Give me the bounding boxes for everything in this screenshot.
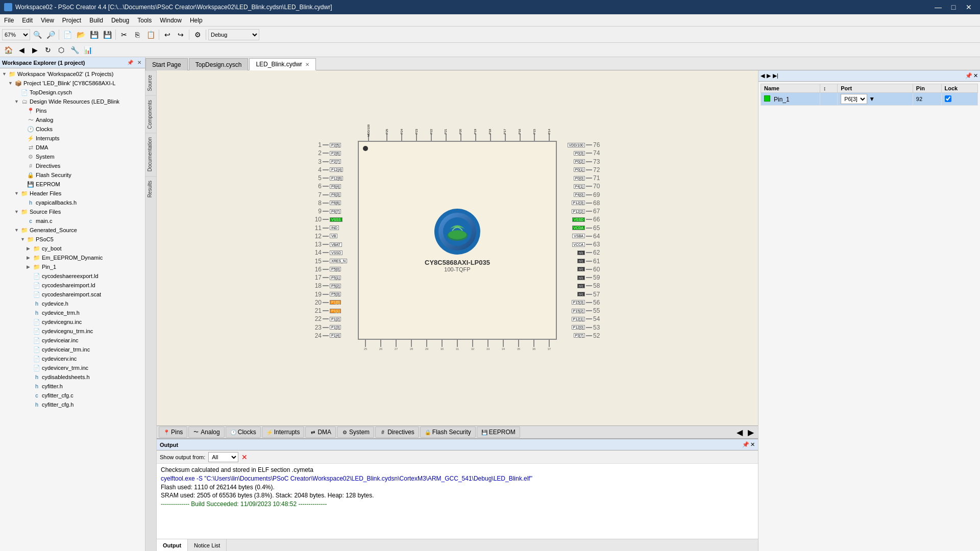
tree-project[interactable]: ▼ 📦 Project 'LED_Blink' [CY8C5868AXI-L	[1, 79, 144, 88]
undo-button[interactable]: ↩	[161, 29, 174, 41]
pin-panel-close-btn[interactable]: ✕	[973, 72, 978, 79]
tree-cyfitter-cfg-h[interactable]: ▶ h cyfitter_cfg.h	[1, 400, 144, 409]
menu-edit[interactable]: Edit	[18, 14, 37, 27]
sch-tab-dma[interactable]: ⇄ DMA	[305, 427, 336, 438]
output-tab-output[interactable]: Output	[157, 539, 188, 551]
pin-panel-nav-right2[interactable]: ▶|	[773, 72, 778, 79]
forward-btn[interactable]: ▶	[29, 44, 41, 56]
port-dropdown-icon[interactable]: ▼	[869, 95, 875, 103]
output-tab-notice[interactable]: Notice List	[188, 539, 227, 551]
sch-tab-system[interactable]: ⚙ System	[337, 427, 374, 438]
nav-left-icon[interactable]: ◀	[734, 428, 745, 437]
menu-file[interactable]: File	[0, 14, 18, 27]
tree-cydeviceiar-inc[interactable]: ▶ 📄 cydeviceiar.inc	[1, 336, 144, 345]
tree-cydevice-trm-h[interactable]: ▶ h cydevice_trm.h	[1, 308, 144, 317]
tree-cycodeshareimport-scat[interactable]: ▶ 📄 cycodeshareimport.scat	[1, 290, 144, 299]
new-button[interactable]: 📄	[61, 29, 74, 41]
tree-eeprom[interactable]: ▶ 💾 EEPROM	[1, 180, 144, 189]
pin-lock-checkbox[interactable]	[945, 95, 951, 102]
output-pin-btn[interactable]: 📌	[742, 441, 749, 448]
side-tab-source[interactable]: Source	[145, 70, 156, 95]
side-tab-components[interactable]: Components	[145, 95, 156, 133]
tree-pin1[interactable]: ▶ 📁 Pin_1	[1, 262, 144, 271]
tool-btn-1[interactable]: 🔧	[68, 44, 81, 56]
menu-view[interactable]: View	[37, 14, 58, 27]
save-button[interactable]: 💾	[88, 29, 100, 41]
pin-port-cell[interactable]: P6[3] ▼	[838, 93, 913, 106]
redo-button[interactable]: ↪	[175, 29, 187, 41]
clear-output-button[interactable]: ✕	[241, 453, 248, 461]
output-close-btn[interactable]: ✕	[750, 441, 755, 448]
tree-cydevicerv-trm[interactable]: ▶ 📄 cydevicerv_trm.inc	[1, 363, 144, 372]
close-button[interactable]: ✕	[962, 0, 976, 14]
tree-psoc5[interactable]: ▼ 📁 PSoC5	[1, 235, 144, 244]
zoom-out-button[interactable]: 🔍	[31, 29, 43, 41]
tree-cydevicerv-inc[interactable]: ▶ 📄 cydevicerv.inc	[1, 354, 144, 363]
menu-project[interactable]: Project	[58, 14, 85, 27]
save-all-button[interactable]: 💾	[101, 29, 113, 41]
pin-panel-nav-right[interactable]: ▶	[767, 72, 771, 79]
tree-generated-source[interactable]: ▼ 📁 Generated_Source	[1, 226, 144, 235]
back-btn[interactable]: ◀	[15, 44, 28, 56]
open-button[interactable]: 📂	[75, 29, 87, 41]
tree-topdesign[interactable]: ▶ 📄 TopDesign.cysch	[1, 88, 144, 97]
tree-cydeviceiar-trm[interactable]: ▶ 📄 cydeviceiar_trm.inc	[1, 345, 144, 354]
sch-tab-clocks[interactable]: 🕐 Clocks	[226, 427, 261, 438]
port-select[interactable]: P6[3]	[841, 94, 867, 104]
sch-tab-interrupts[interactable]: ⚡ Interrupts	[262, 427, 305, 438]
tree-analog[interactable]: ▶ 〜 Analog	[1, 115, 144, 124]
sch-tab-flash-security[interactable]: 🔒 Flash Security	[420, 427, 476, 438]
tree-pins[interactable]: ▶ 📍 Pins	[1, 106, 144, 115]
menu-help[interactable]: Help	[186, 14, 207, 27]
menu-window[interactable]: Window	[156, 14, 186, 27]
tab-led-blink-cydwr[interactable]: LED_Blink.cydwr ✕	[249, 58, 316, 70]
tree-design-resources[interactable]: ▼ 🗂 Design Wide Resources (LED_Blink	[1, 97, 144, 106]
menu-tools[interactable]: Tools	[133, 14, 156, 27]
cut-button[interactable]: ✂	[118, 29, 130, 41]
minimize-button[interactable]: —	[931, 0, 945, 14]
pin-panel-pin-btn[interactable]: 📌	[965, 72, 972, 79]
tab-start-page[interactable]: Start Page	[145, 58, 188, 70]
pin-panel-nav-left[interactable]: ◀	[761, 72, 765, 79]
component-btn[interactable]: ⬡	[55, 44, 67, 56]
tree-cyfitter-cfg-c[interactable]: ▶ c cyfitter_cfg.c	[1, 391, 144, 400]
sch-tab-eeprom[interactable]: 💾 EEPROM	[477, 427, 520, 438]
maximize-button[interactable]: □	[946, 0, 961, 14]
tree-cydevice-h[interactable]: ▶ h cydevice.h	[1, 299, 144, 308]
tree-flash-security[interactable]: ▶ 🔒 Flash Security	[1, 170, 144, 180]
tree-header-files[interactable]: ▼ 📁 Header Files	[1, 189, 144, 198]
col-sort[interactable]: ↕	[820, 84, 837, 93]
paste-button[interactable]: 📋	[144, 29, 157, 41]
tree-em-eeprom[interactable]: ▶ 📁 Em_EEPROM_Dynamic	[1, 253, 144, 262]
tree-interrupts[interactable]: ▶ ⚡ Interrupts	[1, 134, 144, 143]
pin-lock-cell[interactable]	[941, 93, 978, 106]
tree-cydevicegnu-trm[interactable]: ▶ 📄 cydevicegnu_trm.inc	[1, 327, 144, 336]
build-button[interactable]: ⚙	[191, 29, 204, 41]
workspace-btn[interactable]: 🏠	[2, 44, 14, 56]
menu-debug[interactable]: Debug	[107, 14, 133, 27]
tree-source-files[interactable]: ▼ 📁 Source Files	[1, 207, 144, 216]
tree-directives[interactable]: ▶ # Directives	[1, 161, 144, 170]
tab-topdesign[interactable]: TopDesign.cysch	[189, 58, 249, 70]
tree-system[interactable]: ▶ ⚙ System	[1, 152, 144, 161]
copy-button[interactable]: ⎘	[131, 29, 143, 41]
sch-tab-pins[interactable]: 📍 Pins	[159, 427, 187, 438]
tree-main-c[interactable]: ▶ c main.c	[1, 216, 144, 226]
table-row[interactable]: Pin_1 P6[3] ▼ 92	[761, 93, 978, 106]
tree-cydisabledsheets[interactable]: ▶ h cydisabledsheets.h	[1, 372, 144, 382]
refresh-btn[interactable]: ↻	[42, 44, 54, 56]
zoom-select[interactable]: 67% 100% 150%	[2, 29, 30, 40]
sch-tab-directives[interactable]: # Directives	[375, 427, 419, 438]
tool-btn-2[interactable]: 📊	[82, 44, 94, 56]
tree-cydevicegnu-inc[interactable]: ▶ 📄 cydevicegnu.inc	[1, 317, 144, 327]
zoom-in-button[interactable]: 🔎	[44, 29, 57, 41]
tree-workspace[interactable]: ▼ 📁 Workspace 'Workspace02' (1 Projects)	[1, 69, 144, 79]
panel-close-btn[interactable]: ✕	[136, 59, 143, 66]
nav-right-icon[interactable]: ▶	[746, 428, 756, 437]
side-tab-documentation[interactable]: Documentation	[145, 133, 156, 176]
tree-cycodeshareimport-ld[interactable]: ▶ 📄 cycodeshareimport.ld	[1, 281, 144, 290]
tree-cy-boot[interactable]: ▶ 📁 cy_boot	[1, 244, 144, 253]
config-select[interactable]: Debug Release	[208, 29, 259, 40]
sch-tab-analog[interactable]: 〜 Analog	[188, 427, 224, 438]
tree-cyfitter-h[interactable]: ▶ h cyfitter.h	[1, 382, 144, 391]
